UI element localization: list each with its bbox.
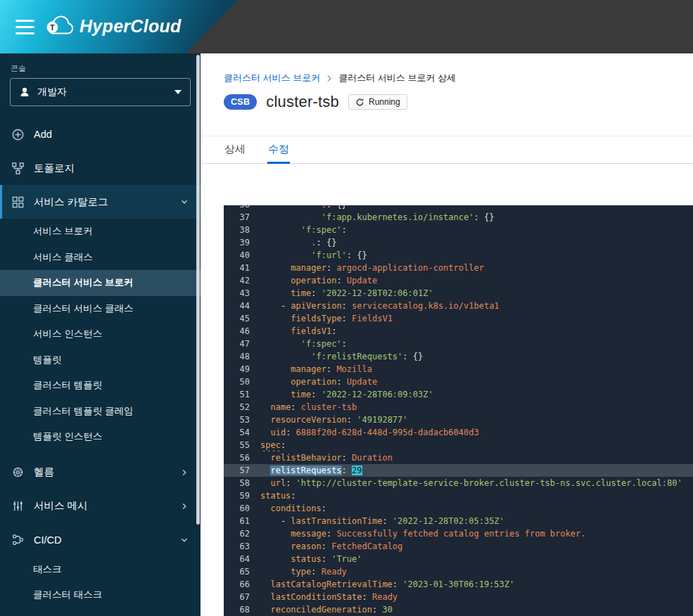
sidebar-subitem[interactable]: 서비스 클래스	[0, 245, 201, 271]
sidebar-subitem[interactable]: 템플릿	[0, 347, 201, 373]
code-line[interactable]: 56 relistBehavior: Duration	[224, 451, 693, 464]
code-line[interactable]: 45 fieldsType: FieldsV1	[224, 312, 693, 325]
code-line[interactable]: 65 type: Ready	[224, 565, 693, 578]
code-line[interactable]: 53 resourceVersion: '49192877'	[224, 413, 693, 426]
code-text: fieldsType: FieldsV1	[260, 312, 693, 325]
brand-name: HyperCloud	[80, 16, 182, 37]
line-number: 62	[224, 527, 260, 540]
page-title-row: CSB cluster-tsb Running	[224, 91, 407, 113]
code-line[interactable]: 52 name: cluster-tsb	[224, 401, 693, 413]
code-text: manager: argocd-application-controller	[260, 262, 693, 274]
line-number: 61	[224, 515, 260, 527]
code-line[interactable]: 37 'f:app.kubernetes.io/instance': {}	[224, 211, 693, 224]
code-line[interactable]: 36 .: {}	[224, 205, 693, 211]
sidebar-item-label: 토폴로지	[34, 162, 75, 175]
sidebar-subitem[interactable]: 클러스터 서비스 클래스	[0, 296, 201, 322]
code-line[interactable]: 49 manager: Mozilla	[224, 363, 693, 376]
menu-toggle-button[interactable]	[15, 20, 34, 34]
code-line[interactable]: 58 url: 'http://cluster-template-service…	[224, 477, 693, 489]
sidebar-subitem[interactable]: 클러스터 태스크	[0, 582, 201, 608]
sidebar-subitem[interactable]: 태스크 런	[0, 608, 201, 616]
sidebar-item-service-mesh[interactable]: 서비스 메시	[0, 489, 201, 523]
code-line[interactable]: 61 - lastTransitionTime: '2022-12-28T02:…	[224, 515, 693, 527]
code-line[interactable]: 44 - apiVersion: servicecatalog.k8s.io/v…	[224, 300, 693, 312]
sidebar-item-service-catalog[interactable]: 서비스 카탈로그	[0, 185, 201, 219]
tab-detail[interactable]: 상세	[224, 136, 246, 164]
code-line[interactable]: 51 time: '2022-12-28T06:09:03Z'	[224, 388, 693, 401]
line-number: 66	[224, 578, 260, 591]
code-text: uid: 6888f20d-628d-448d-995d-dadacb6040d…	[260, 426, 693, 439]
line-number: 39	[224, 236, 260, 249]
code-line[interactable]: 39 .: {}	[224, 236, 693, 249]
sidebar-subitem-selected[interactable]: 클러스터 서비스 브로커	[0, 270, 201, 296]
code-text: - lastTransitionTime: '2022-12-28T02:05:…	[260, 515, 693, 527]
code-line[interactable]: 42 operation: Update	[224, 274, 693, 287]
logo-letter: T	[50, 23, 55, 32]
code-line[interactable]: 38 'f:spec':	[224, 224, 693, 236]
code-line[interactable]: 47 'f:spec':	[224, 338, 693, 350]
code-line[interactable]: 64 status: 'True'	[224, 553, 693, 565]
brand-logo: T HyperCloud	[44, 15, 182, 37]
code-text: resourceVersion: '49192877'	[260, 413, 693, 426]
line-number: 36	[224, 205, 260, 211]
breadcrumb-current: 클러스터 서비스 브로커 상세	[338, 72, 456, 84]
perspective-dropdown[interactable]: 개발자	[10, 78, 191, 106]
chevron-right-icon	[179, 468, 189, 477]
line-number: 48	[224, 350, 260, 363]
sidebar-scrollbar[interactable]	[196, 55, 200, 525]
tab-edit[interactable]: 수정	[267, 136, 290, 164]
code-text: 'f:relistRequests': {}	[260, 350, 693, 363]
sidebar-item-helm[interactable]: 헬름	[0, 456, 201, 489]
line-number: 52	[224, 401, 260, 413]
line-number: 46	[224, 325, 260, 338]
code-line[interactable]: 60 conditions:	[224, 502, 693, 515]
breadcrumb: 클러스터 서비스 브로커 클러스터 서비스 브로커 상세	[224, 72, 456, 84]
sidebar-item-cicd[interactable]: CI/CD	[0, 523, 201, 557]
sidebar-subitem[interactable]: 서비스 인스턴스	[0, 321, 201, 347]
sidebar-item-topology[interactable]: 토폴로지	[0, 151, 201, 185]
topology-icon	[11, 162, 25, 175]
code-line[interactable]: 43 time: '2022-12-28T02:06:01Z'	[224, 287, 693, 300]
page-title: cluster-tsb	[266, 93, 339, 111]
code-line[interactable]: 50 operation: Update	[224, 376, 693, 388]
sidebar-subitem[interactable]: 클러스터 템플릿 클레임	[0, 399, 201, 425]
sidebar-subitem[interactable]: 서비스 브로커	[0, 219, 201, 245]
line-number: 59	[224, 489, 260, 502]
sidebar-subitem[interactable]: 템플릿 인스턴스	[0, 424, 201, 450]
code-text: .: {}	[260, 205, 693, 211]
sidebar-item-label: CI/CD	[34, 534, 61, 546]
code-line[interactable]: 67 lastConditionState: Ready	[224, 591, 693, 603]
sidebar-subitem[interactable]: 태스크	[0, 557, 201, 583]
code-line[interactable]: 63 reason: FetchedCatalog	[224, 540, 693, 553]
code-line[interactable]: 57 relistRequests: 29	[224, 464, 693, 477]
line-number: 44	[224, 300, 260, 312]
yaml-editor[interactable]: 36 .: {}37 'f:app.kubernetes.io/instance…	[224, 205, 693, 616]
service-mesh-icon	[11, 499, 25, 513]
line-number: 49	[224, 363, 260, 376]
resource-kind-badge: CSB	[224, 94, 257, 110]
code-line[interactable]: 41 manager: argocd-application-controlle…	[224, 262, 693, 274]
code-line[interactable]: 59status:	[224, 489, 693, 502]
caret-down-icon	[174, 90, 182, 94]
sidebar-item-add[interactable]: Add	[0, 117, 201, 151]
sidebar-subitem[interactable]: 클러스터 템플릿	[0, 373, 201, 399]
line-number: 68	[224, 603, 260, 616]
code-text: time: '2022-12-28T06:09:03Z'	[260, 388, 693, 401]
line-number: 56	[224, 451, 260, 464]
line-number: 63	[224, 540, 260, 553]
code-line[interactable]: 66 lastCatalogRetrievalTime: '2023-01-30…	[224, 578, 693, 591]
main-content: 클러스터 서비스 브로커 클러스터 서비스 브로커 상세 CSB cluster…	[201, 53, 693, 616]
top-header: T HyperCloud	[0, 0, 693, 53]
breadcrumb-link[interactable]: 클러스터 서비스 브로커	[224, 72, 320, 84]
code-text: spec:	[260, 439, 693, 451]
chevron-right-icon	[179, 501, 189, 511]
code-line[interactable]: 55spec:	[224, 439, 693, 451]
code-line[interactable]: 46 fieldsV1:	[224, 325, 693, 338]
code-line[interactable]: 68 reconciledGeneration: 30	[224, 603, 693, 616]
console-label: 콘솔	[11, 63, 201, 74]
code-text: 'f:url': {}	[260, 249, 693, 262]
code-line[interactable]: 62 message: Successfully fetched catalog…	[224, 527, 693, 540]
code-line[interactable]: 48 'f:relistRequests': {}	[224, 350, 693, 363]
code-line[interactable]: 54 uid: 6888f20d-628d-448d-995d-dadacb60…	[224, 426, 693, 439]
code-line[interactable]: 40 'f:url': {}	[224, 249, 693, 262]
